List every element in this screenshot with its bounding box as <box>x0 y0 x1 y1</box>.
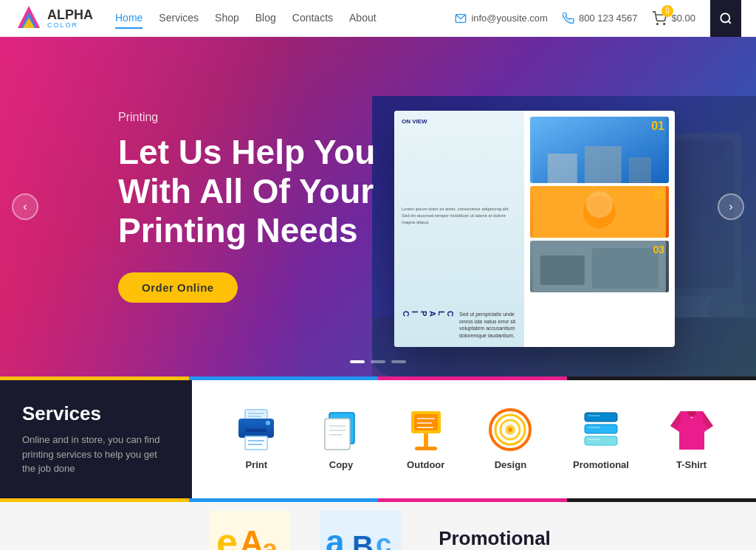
svg-line-7 <box>728 21 730 23</box>
main-nav: Home Services Shop Blog Contacts About <box>115 8 377 29</box>
promotional-icon <box>579 408 623 452</box>
services-section: Services Online and in store, you can fi… <box>0 380 756 498</box>
logo-subtext: COLOR <box>47 21 93 29</box>
mag-vertical-label: CLAPIC <box>402 311 455 318</box>
header: ALPHA COLOR Home Services Shop Blog Cont… <box>0 0 756 37</box>
svg-rect-56 <box>585 436 617 445</box>
email-icon <box>455 13 467 24</box>
logo[interactable]: ALPHA COLOR <box>15 4 93 32</box>
nav-contacts[interactable]: Contacts <box>292 8 333 29</box>
nav-shop[interactable]: Shop <box>215 8 239 29</box>
print-icon <box>234 408 278 452</box>
service-item-tshirt[interactable]: T-Shirt <box>670 408 714 470</box>
hero-subtitle: Printing <box>118 111 756 124</box>
hero-cta-button[interactable]: Order Online <box>118 272 238 303</box>
hero-dot-1[interactable] <box>350 360 365 363</box>
svg-rect-54 <box>585 424 617 433</box>
header-left: ALPHA COLOR Home Services Shop Blog Cont… <box>15 4 377 32</box>
services-label: Services Online and in store, you can fi… <box>0 380 192 498</box>
service-name-tshirt: T-Shirt <box>676 459 707 470</box>
svg-point-51 <box>508 427 512 432</box>
service-name-copy: Copy <box>329 459 354 470</box>
bottom-preview-item-1: e A a <box>205 509 294 551</box>
nav-home[interactable]: Home <box>115 8 142 29</box>
hero-dot-2[interactable] <box>371 360 385 363</box>
svg-point-28 <box>266 421 270 425</box>
search-icon <box>719 12 732 25</box>
svg-rect-23 <box>245 410 267 420</box>
cart-amount: $0.00 <box>671 13 695 24</box>
nav-blog[interactable]: Blog <box>255 8 276 29</box>
svg-point-4 <box>657 23 659 24</box>
svg-rect-52 <box>585 413 617 422</box>
svg-text:A: A <box>240 524 264 550</box>
bottom-preview-section: e A a a B c Promotional <box>0 502 756 551</box>
service-item-promotional[interactable]: Promotional <box>573 408 629 470</box>
nav-about[interactable]: About <box>349 8 377 29</box>
svg-text:a: a <box>326 523 345 550</box>
service-name-outdoor: Outdoor <box>407 459 444 470</box>
service-item-design[interactable]: Design <box>488 408 532 470</box>
service-item-print[interactable]: Print <box>234 408 278 470</box>
cart-button[interactable]: 0 $0.00 <box>652 11 695 26</box>
service-name-promotional: Promotional <box>573 459 629 470</box>
outdoor-icon <box>404 408 448 452</box>
service-item-copy[interactable]: Copy <box>319 408 363 470</box>
copy-icon <box>319 408 363 452</box>
phone-text: 800 123 4567 <box>579 13 638 24</box>
services-icons: Print Copy <box>192 380 756 498</box>
logo-icon <box>15 4 43 32</box>
service-item-outdoor[interactable]: Outdoor <box>404 408 448 470</box>
header-right: info@yousite.com 800 123 4567 0 $0.00 <box>455 0 741 37</box>
hero-section: Printing Let Us Help You With All Of You… <box>0 37 756 377</box>
bottom-section-title: Promotional <box>439 527 551 550</box>
header-phone: 800 123 4567 <box>563 13 638 24</box>
svg-point-5 <box>664 23 665 24</box>
design-icon <box>488 408 532 452</box>
services-description: Online and in store, you can find printi… <box>22 433 170 476</box>
phone-icon <box>563 13 574 24</box>
svg-point-6 <box>721 13 729 22</box>
service-name-design: Design <box>495 459 526 470</box>
header-email: info@yousite.com <box>455 13 548 24</box>
hero-next-button[interactable]: › <box>718 193 744 220</box>
service-name-print: Print <box>246 459 268 470</box>
bottom-preview-title-area: Promotional <box>427 527 551 550</box>
hero-content: Printing Let Us Help You With All Of You… <box>0 111 756 303</box>
svg-rect-29 <box>245 436 267 450</box>
svg-text:c: c <box>376 529 391 550</box>
hero-prev-button[interactable]: ‹ <box>12 193 38 220</box>
tshirt-icon <box>670 408 714 452</box>
svg-rect-36 <box>325 419 350 450</box>
svg-text:a: a <box>262 534 278 550</box>
prev-arrow: ‹ <box>23 200 27 213</box>
hero-dot-3[interactable] <box>391 360 406 363</box>
nav-services[interactable]: Services <box>159 8 199 29</box>
bottom-preview-item-2: a B c <box>316 509 405 551</box>
next-arrow: › <box>729 200 732 213</box>
bottom-preview-content: e A a a B c Promotional <box>205 509 551 551</box>
hero-pagination <box>350 360 406 363</box>
cart-badge: 0 <box>662 5 673 17</box>
svg-text:B: B <box>352 530 374 550</box>
svg-text:e: e <box>216 520 238 550</box>
email-text: info@yousite.com <box>471 13 548 24</box>
logo-text: ALPHA <box>47 8 93 21</box>
services-heading: Services <box>22 402 170 425</box>
svg-rect-27 <box>246 429 267 432</box>
svg-rect-45 <box>424 433 428 447</box>
hero-title: Let Us Help You With All Of Your Printin… <box>118 133 458 250</box>
search-button[interactable] <box>710 0 741 37</box>
svg-rect-46 <box>415 447 437 450</box>
